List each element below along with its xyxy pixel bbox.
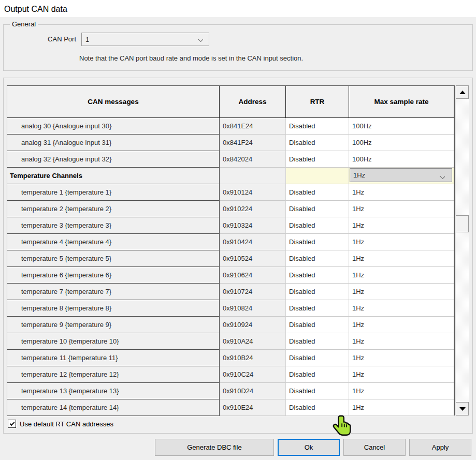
address-cell[interactable]: 0x841E24	[220, 118, 286, 135]
can-message-cell[interactable]: temperature 13 {temperature 13}	[7, 383, 220, 399]
address-cell[interactable]: 0x910724	[220, 284, 286, 300]
rtr-cell[interactable]: Disabled	[286, 184, 349, 201]
can-message-cell[interactable]: temperature 12 {temperature 12}	[7, 366, 220, 383]
max-sample-rate-cell[interactable]: 1Hz	[349, 333, 454, 350]
table-row[interactable]: temperature 4 {temperature 4}0x910424Dis…	[7, 234, 454, 250]
rtr-cell[interactable]: Disabled	[286, 135, 349, 151]
max-sample-rate-cell[interactable]: 1Hz	[349, 250, 454, 267]
address-cell[interactable]	[220, 168, 286, 184]
max-sample-rate-cell[interactable]: 1Hz	[349, 399, 454, 416]
sample-rate-dropdown[interactable]: 1Hz	[350, 168, 452, 182]
generate-dbc-button[interactable]: Generate DBC file	[155, 439, 274, 456]
rtr-cell[interactable]: Disabled	[286, 151, 349, 168]
can-message-cell[interactable]: temperature 8 {temperature 8}	[7, 300, 220, 317]
can-message-cell[interactable]: temperature 4 {temperature 4}	[7, 234, 220, 250]
table-row[interactable]: temperature 8 {temperature 8}0x910824Dis…	[7, 300, 454, 317]
rtr-cell[interactable]: Disabled	[286, 234, 349, 250]
max-sample-rate-cell[interactable]: 1Hz	[349, 300, 454, 317]
table-row[interactable]: analog 30 {Analogue input 30}0x841E24Dis…	[7, 118, 454, 135]
ok-button[interactable]: Ok	[278, 439, 340, 456]
can-message-cell[interactable]: analog 32 {Analogue input 32}	[7, 151, 220, 168]
table-row[interactable]: temperature 9 {temperature 9}0x910924Dis…	[7, 317, 454, 333]
can-message-cell[interactable]: Temperature Channels	[7, 168, 220, 184]
rtr-cell[interactable]	[286, 168, 349, 184]
max-sample-rate-cell[interactable]: 1Hz	[349, 350, 454, 366]
table-row[interactable]: temperature 2 {temperature 2}0x910224Dis…	[7, 201, 454, 217]
address-cell[interactable]: 0x910424	[220, 234, 286, 250]
address-cell[interactable]: 0x910224	[220, 201, 286, 217]
rtr-cell[interactable]: Disabled	[286, 399, 349, 416]
table-section-row[interactable]: Temperature Channels1Hz	[7, 168, 454, 184]
rtr-cell[interactable]: Disabled	[286, 350, 349, 366]
address-cell[interactable]: 0x910A24	[220, 333, 286, 350]
max-sample-rate-cell[interactable]: 100Hz	[349, 118, 454, 135]
address-cell[interactable]: 0x910624	[220, 267, 286, 284]
can-message-cell[interactable]: temperature 7 {temperature 7}	[7, 284, 220, 300]
cancel-button[interactable]: Cancel	[343, 439, 406, 456]
can-port-dropdown[interactable]: 1	[81, 33, 209, 46]
can-message-cell[interactable]: analog 31 {Analogue input 31}	[7, 135, 220, 151]
rtr-cell[interactable]: Disabled	[286, 250, 349, 267]
table-row[interactable]: temperature 14 {temperature 14}0x910E24D…	[7, 399, 454, 416]
max-sample-rate-cell[interactable]: 100Hz	[349, 151, 454, 168]
scroll-down-button[interactable]	[456, 402, 469, 416]
address-cell[interactable]: 0x910924	[220, 317, 286, 333]
table-row[interactable]: temperature 11 {temperature 11}0x910B24D…	[7, 350, 454, 366]
can-message-cell[interactable]: analog 30 {Analogue input 30}	[7, 118, 220, 135]
table-row[interactable]: temperature 5 {temperature 5}0x910524Dis…	[7, 250, 454, 267]
table-row[interactable]: temperature 12 {temperature 12}0x910C24D…	[7, 366, 454, 383]
max-sample-rate-cell[interactable]: 1Hz	[349, 366, 454, 383]
rtr-cell[interactable]: Disabled	[286, 317, 349, 333]
can-message-cell[interactable]: temperature 1 {temperature 1}	[7, 184, 220, 201]
use-default-addresses-checkbox[interactable]	[8, 420, 16, 428]
max-sample-rate-cell[interactable]: 1Hz	[349, 234, 454, 250]
address-cell[interactable]: 0x910124	[220, 184, 286, 201]
address-cell[interactable]: 0x910824	[220, 300, 286, 317]
apply-button[interactable]: Apply	[409, 439, 471, 456]
address-cell[interactable]: 0x910524	[220, 250, 286, 267]
rtr-cell[interactable]: Disabled	[286, 383, 349, 399]
rtr-cell[interactable]: Disabled	[286, 300, 349, 317]
can-message-cell[interactable]: temperature 6 {temperature 6}	[7, 267, 220, 284]
address-cell[interactable]: 0x842024	[220, 151, 286, 168]
table-row[interactable]: temperature 6 {temperature 6}0x910624Dis…	[7, 267, 454, 284]
table-row[interactable]: temperature 7 {temperature 7}0x910724Dis…	[7, 284, 454, 300]
can-message-cell[interactable]: temperature 9 {temperature 9}	[7, 317, 220, 333]
max-sample-rate-cell[interactable]: 1Hz	[349, 317, 454, 333]
max-sample-rate-cell[interactable]: 100Hz	[349, 135, 454, 151]
max-sample-rate-cell[interactable]: 1Hz	[349, 383, 454, 399]
address-cell[interactable]: 0x910324	[220, 217, 286, 234]
can-message-cell[interactable]: temperature 11 {temperature 11}	[7, 350, 220, 366]
address-cell[interactable]: 0x910B24	[220, 350, 286, 366]
table-row[interactable]: analog 31 {Analogue input 31}0x841F24Dis…	[7, 135, 454, 151]
rtr-cell[interactable]: Disabled	[286, 217, 349, 234]
scrollbar-thumb[interactable]	[456, 215, 469, 232]
vertical-scrollbar[interactable]	[456, 85, 469, 416]
can-message-cell[interactable]: temperature 5 {temperature 5}	[7, 250, 220, 267]
rtr-cell[interactable]: Disabled	[286, 201, 349, 217]
address-cell[interactable]: 0x910E24	[220, 399, 286, 416]
can-message-cell[interactable]: temperature 2 {temperature 2}	[7, 201, 220, 217]
rtr-cell[interactable]: Disabled	[286, 284, 349, 300]
rtr-cell[interactable]: Disabled	[286, 366, 349, 383]
max-sample-rate-cell[interactable]: 1Hz	[349, 168, 454, 184]
can-message-cell[interactable]: temperature 3 {temperature 3}	[7, 217, 220, 234]
rtr-cell[interactable]: Disabled	[286, 267, 349, 284]
can-message-cell[interactable]: temperature 14 {temperature 14}	[7, 399, 220, 416]
rtr-cell[interactable]: Disabled	[286, 333, 349, 350]
address-cell[interactable]: 0x841F24	[220, 135, 286, 151]
address-cell[interactable]: 0x910D24	[220, 383, 286, 399]
table-row[interactable]: temperature 10 {temperature 10}0x910A24D…	[7, 333, 454, 350]
table-row[interactable]: temperature 1 {temperature 1}0x910124Dis…	[7, 184, 454, 201]
max-sample-rate-cell[interactable]: 1Hz	[349, 184, 454, 201]
table-row[interactable]: temperature 3 {temperature 3}0x910324Dis…	[7, 217, 454, 234]
rtr-cell[interactable]: Disabled	[286, 118, 349, 135]
table-row[interactable]: analog 32 {Analogue input 32}0x842024Dis…	[7, 151, 454, 168]
can-message-cell[interactable]: temperature 10 {temperature 10}	[7, 333, 220, 350]
scroll-up-button[interactable]	[456, 85, 469, 99]
max-sample-rate-cell[interactable]: 1Hz	[349, 217, 454, 234]
max-sample-rate-cell[interactable]: 1Hz	[349, 201, 454, 217]
table-row[interactable]: temperature 13 {temperature 13}0x910D24D…	[7, 383, 454, 399]
max-sample-rate-cell[interactable]: 1Hz	[349, 284, 454, 300]
max-sample-rate-cell[interactable]: 1Hz	[349, 267, 454, 284]
